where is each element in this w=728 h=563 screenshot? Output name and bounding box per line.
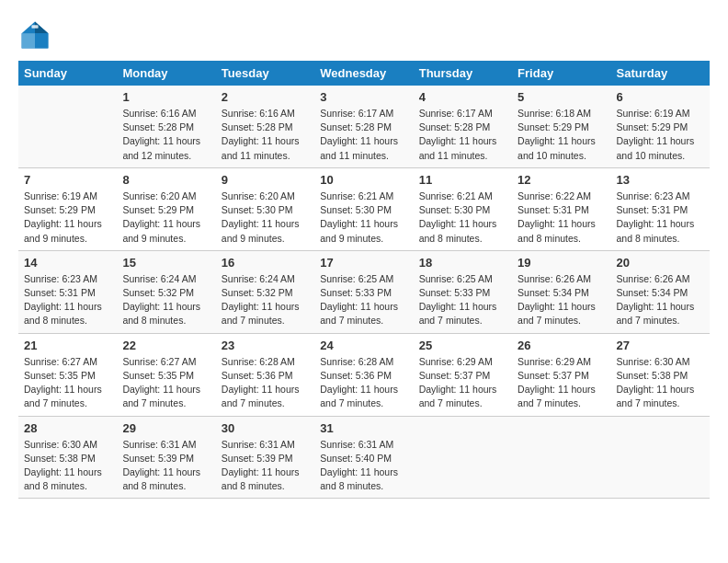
weekday-header-sunday: Sunday	[18, 61, 117, 86]
day-number: 24	[320, 339, 407, 352]
weekday-header-row: SundayMondayTuesdayWednesdayThursdayFrid…	[18, 61, 710, 86]
calendar-cell: 28Sunrise: 6:30 AM Sunset: 5:38 PM Dayli…	[18, 416, 117, 499]
day-info: Sunrise: 6:31 AM Sunset: 5:39 PM Dayligh…	[222, 438, 309, 494]
calendar-week-5: 28Sunrise: 6:30 AM Sunset: 5:38 PM Dayli…	[18, 416, 710, 499]
day-number: 9	[222, 173, 309, 187]
calendar-cell: 17Sunrise: 6:25 AM Sunset: 5:33 PM Dayli…	[314, 250, 413, 333]
day-info: Sunrise: 6:18 AM Sunset: 5:29 PM Dayligh…	[518, 107, 605, 163]
day-info: Sunrise: 6:26 AM Sunset: 5:34 PM Dayligh…	[617, 272, 704, 328]
calendar-cell: 2Sunrise: 6:16 AM Sunset: 5:28 PM Daylig…	[216, 86, 314, 167]
calendar-week-1: 1Sunrise: 6:16 AM Sunset: 5:28 PM Daylig…	[18, 86, 710, 167]
calendar-cell: 9Sunrise: 6:20 AM Sunset: 5:30 PM Daylig…	[216, 167, 314, 250]
day-number: 25	[419, 339, 506, 352]
calendar-cell: 23Sunrise: 6:28 AM Sunset: 5:36 PM Dayli…	[216, 333, 314, 416]
calendar-cell: 20Sunrise: 6:26 AM Sunset: 5:34 PM Dayli…	[611, 250, 710, 333]
calendar-cell: 25Sunrise: 6:29 AM Sunset: 5:37 PM Dayli…	[414, 333, 512, 416]
weekday-header-tuesday: Tuesday	[216, 61, 314, 86]
day-number: 18	[419, 256, 506, 270]
calendar-cell: 4Sunrise: 6:17 AM Sunset: 5:28 PM Daylig…	[414, 86, 512, 167]
calendar-cell	[414, 416, 512, 499]
day-number: 20	[617, 256, 704, 270]
day-number: 28	[24, 421, 111, 435]
calendar-week-3: 14Sunrise: 6:23 AM Sunset: 5:31 PM Dayli…	[18, 250, 710, 333]
calendar-cell: 21Sunrise: 6:27 AM Sunset: 5:35 PM Dayli…	[18, 333, 117, 416]
calendar-cell: 15Sunrise: 6:24 AM Sunset: 5:32 PM Dayli…	[117, 250, 215, 333]
day-number: 23	[222, 339, 309, 352]
calendar-cell: 26Sunrise: 6:29 AM Sunset: 5:37 PM Dayli…	[512, 333, 610, 416]
day-number: 31	[320, 421, 407, 435]
calendar-cell: 24Sunrise: 6:28 AM Sunset: 5:36 PM Dayli…	[314, 333, 413, 416]
day-info: Sunrise: 6:21 AM Sunset: 5:30 PM Dayligh…	[419, 190, 506, 246]
day-number: 30	[222, 421, 309, 435]
day-number: 1	[122, 90, 210, 104]
calendar-cell: 6Sunrise: 6:19 AM Sunset: 5:29 PM Daylig…	[611, 86, 710, 167]
calendar-cell	[611, 416, 710, 499]
day-info: Sunrise: 6:30 AM Sunset: 5:38 PM Dayligh…	[617, 355, 704, 411]
day-info: Sunrise: 6:23 AM Sunset: 5:31 PM Dayligh…	[24, 272, 111, 328]
day-number: 14	[24, 256, 111, 270]
calendar-cell: 8Sunrise: 6:20 AM Sunset: 5:29 PM Daylig…	[117, 167, 215, 250]
calendar-cell: 10Sunrise: 6:21 AM Sunset: 5:30 PM Dayli…	[314, 167, 413, 250]
weekday-header-saturday: Saturday	[611, 61, 710, 86]
calendar-table: SundayMondayTuesdayWednesdayThursdayFrid…	[18, 61, 710, 499]
day-number: 13	[617, 173, 704, 187]
logo	[18, 18, 55, 52]
calendar-week-4: 21Sunrise: 6:27 AM Sunset: 5:35 PM Dayli…	[18, 333, 710, 416]
day-info: Sunrise: 6:24 AM Sunset: 5:32 PM Dayligh…	[122, 272, 210, 328]
calendar-cell: 31Sunrise: 6:31 AM Sunset: 5:40 PM Dayli…	[314, 416, 413, 499]
day-info: Sunrise: 6:28 AM Sunset: 5:36 PM Dayligh…	[222, 355, 309, 411]
day-number: 8	[122, 173, 210, 187]
day-info: Sunrise: 6:31 AM Sunset: 5:39 PM Dayligh…	[122, 438, 210, 494]
day-number: 11	[419, 173, 506, 187]
svg-rect-4	[31, 25, 38, 29]
calendar-cell: 19Sunrise: 6:26 AM Sunset: 5:34 PM Dayli…	[512, 250, 610, 333]
calendar-cell	[18, 86, 117, 167]
day-info: Sunrise: 6:16 AM Sunset: 5:28 PM Dayligh…	[222, 107, 309, 163]
calendar-cell: 27Sunrise: 6:30 AM Sunset: 5:38 PM Dayli…	[611, 333, 710, 416]
day-info: Sunrise: 6:21 AM Sunset: 5:30 PM Dayligh…	[320, 190, 407, 246]
day-number: 16	[222, 256, 309, 270]
calendar-cell: 14Sunrise: 6:23 AM Sunset: 5:31 PM Dayli…	[18, 250, 117, 333]
day-number: 7	[24, 173, 111, 187]
day-number: 21	[24, 339, 111, 352]
svg-marker-3	[22, 33, 35, 48]
day-number: 5	[518, 90, 605, 104]
calendar-week-2: 7Sunrise: 6:19 AM Sunset: 5:29 PM Daylig…	[18, 167, 710, 250]
day-number: 27	[617, 339, 704, 352]
day-info: Sunrise: 6:16 AM Sunset: 5:28 PM Dayligh…	[122, 107, 210, 163]
day-number: 3	[320, 90, 407, 104]
day-info: Sunrise: 6:28 AM Sunset: 5:36 PM Dayligh…	[320, 355, 407, 411]
day-number: 6	[617, 90, 704, 104]
calendar-cell: 3Sunrise: 6:17 AM Sunset: 5:28 PM Daylig…	[314, 86, 413, 167]
day-info: Sunrise: 6:25 AM Sunset: 5:33 PM Dayligh…	[419, 272, 506, 328]
day-number: 4	[419, 90, 506, 104]
day-info: Sunrise: 6:20 AM Sunset: 5:29 PM Dayligh…	[122, 190, 210, 246]
day-info: Sunrise: 6:26 AM Sunset: 5:34 PM Dayligh…	[518, 272, 605, 328]
day-number: 2	[222, 90, 309, 104]
day-info: Sunrise: 6:19 AM Sunset: 5:29 PM Dayligh…	[617, 107, 704, 163]
calendar-cell: 22Sunrise: 6:27 AM Sunset: 5:35 PM Dayli…	[117, 333, 215, 416]
day-number: 12	[518, 173, 605, 187]
day-number: 26	[518, 339, 605, 352]
calendar-cell: 1Sunrise: 6:16 AM Sunset: 5:28 PM Daylig…	[117, 86, 215, 167]
weekday-header-monday: Monday	[117, 61, 215, 86]
day-info: Sunrise: 6:30 AM Sunset: 5:38 PM Dayligh…	[24, 438, 111, 494]
weekday-header-thursday: Thursday	[414, 61, 512, 86]
svg-marker-2	[35, 33, 48, 48]
page-header	[18, 18, 710, 52]
day-info: Sunrise: 6:29 AM Sunset: 5:37 PM Dayligh…	[419, 355, 506, 411]
day-info: Sunrise: 6:17 AM Sunset: 5:28 PM Dayligh…	[419, 107, 506, 163]
day-number: 17	[320, 256, 407, 270]
calendar-cell: 29Sunrise: 6:31 AM Sunset: 5:39 PM Dayli…	[117, 416, 215, 499]
day-info: Sunrise: 6:22 AM Sunset: 5:31 PM Dayligh…	[518, 190, 605, 246]
day-number: 29	[122, 421, 210, 435]
day-info: Sunrise: 6:17 AM Sunset: 5:28 PM Dayligh…	[320, 107, 407, 163]
day-info: Sunrise: 6:20 AM Sunset: 5:30 PM Dayligh…	[222, 190, 309, 246]
day-number: 19	[518, 256, 605, 270]
calendar-cell: 18Sunrise: 6:25 AM Sunset: 5:33 PM Dayli…	[414, 250, 512, 333]
day-info: Sunrise: 6:29 AM Sunset: 5:37 PM Dayligh…	[518, 355, 605, 411]
day-info: Sunrise: 6:23 AM Sunset: 5:31 PM Dayligh…	[617, 190, 704, 246]
weekday-header-friday: Friday	[512, 61, 610, 86]
calendar-cell: 5Sunrise: 6:18 AM Sunset: 5:29 PM Daylig…	[512, 86, 610, 167]
day-info: Sunrise: 6:31 AM Sunset: 5:40 PM Dayligh…	[320, 438, 407, 494]
